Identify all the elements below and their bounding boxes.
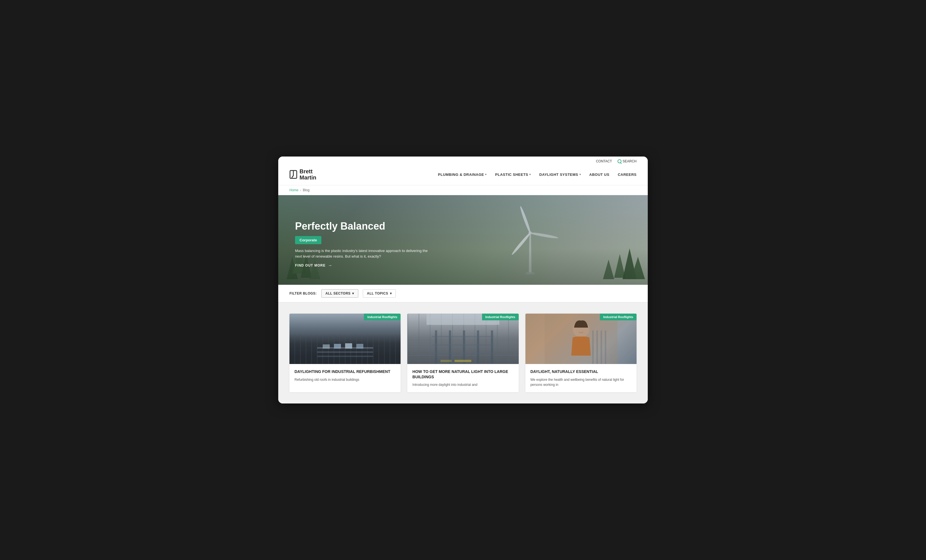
- header-nav: Brett Martin PLUMBING & DRAINAGE ▾ PLAST…: [289, 165, 637, 185]
- hero-section: Perfectly Balanced Corporate Mass balanc…: [278, 195, 648, 285]
- nav-item-daylight[interactable]: DAYLIGHT SYSTEMS ▾: [539, 173, 581, 177]
- nav-item-plumbing[interactable]: PLUMBING & DRAINAGE ▾: [438, 173, 487, 177]
- chevron-down-icon: ▾: [530, 173, 531, 176]
- svg-marker-11: [603, 260, 614, 279]
- nav-item-plastic[interactable]: PLASTIC SHEETS ▾: [495, 173, 531, 177]
- search-link[interactable]: SEARCH: [617, 159, 637, 163]
- blog-card-tag: Industrial Rooflights: [482, 313, 519, 320]
- blog-card-image: Industrial Rooflights: [289, 313, 401, 364]
- breadcrumb: Home › Blog: [278, 185, 648, 195]
- chevron-down-icon: ▾: [485, 173, 487, 176]
- contact-link[interactable]: CONTACT: [596, 159, 612, 163]
- arrow-icon: →: [328, 263, 333, 268]
- nav-item-about[interactable]: ABOUT US: [589, 173, 610, 177]
- blog-grid: Industrial Rooflights DAYLIGHTING FOR IN…: [289, 313, 637, 392]
- filter-bar: FILTER BLOGS: ALL SECTORS ▾ ALL TOPICS ▾: [278, 285, 648, 303]
- blog-card-image: Industrial Rooflights: [407, 313, 518, 364]
- chevron-down-icon: ▾: [390, 292, 392, 295]
- chevron-down-icon: ▾: [352, 292, 354, 295]
- logo-text: Brett Martin: [300, 168, 316, 181]
- trees-right: [598, 229, 648, 285]
- blog-card-excerpt: We explore the health and wellbeing bene…: [531, 377, 631, 387]
- blog-card-body: DAYLIGHT, NATURALLY ESSENTIAL We explore…: [525, 364, 637, 392]
- filter-label: FILTER BLOGS:: [289, 292, 317, 295]
- hero-cta-link[interactable]: FIND OUT MORE →: [295, 263, 430, 268]
- breadcrumb-home[interactable]: Home: [289, 188, 298, 192]
- main-nav: PLUMBING & DRAINAGE ▾ PLASTIC SHEETS ▾ D…: [438, 173, 637, 177]
- search-icon: [617, 159, 622, 163]
- blog-card-image: Industrial Rooflights: [525, 313, 637, 364]
- svg-point-3: [519, 206, 531, 234]
- logo-icon: [289, 170, 297, 179]
- nav-label-about: ABOUT US: [589, 173, 610, 177]
- logo-line1: Brett: [300, 168, 313, 174]
- svg-point-5: [511, 232, 532, 256]
- blog-card[interactable]: Industrial Rooflights DAYLIGHTING FOR IN…: [289, 313, 401, 392]
- blog-card[interactable]: Industrial Rooflights DAYLIGHT, NATURALL…: [525, 313, 637, 392]
- logo[interactable]: Brett Martin: [289, 168, 316, 181]
- blog-card[interactable]: Industrial Rooflights HOW TO GET MORE NA…: [407, 313, 518, 392]
- card-overlay: [289, 313, 401, 364]
- nav-label-plastic: PLASTIC SHEETS: [495, 173, 528, 177]
- blog-card-title: HOW TO GET MORE NATURAL LIGHT INTO LARGE…: [412, 369, 513, 379]
- blog-card-excerpt: Introducing more daylight into industria…: [412, 382, 513, 387]
- chevron-down-icon: ▾: [580, 173, 581, 176]
- site-header: CONTACT SEARCH Brett Martin: [278, 156, 648, 185]
- wind-turbine-svg: [502, 201, 558, 285]
- blog-card-body: HOW TO GET MORE NATURAL LIGHT INTO LARGE…: [407, 364, 518, 392]
- card-overlay: [407, 313, 518, 364]
- blog-card-tag: Industrial Rooflights: [600, 313, 637, 320]
- svg-point-4: [530, 232, 558, 239]
- sectors-label: ALL SECTORS: [325, 292, 351, 295]
- turbine-illustration: [502, 201, 558, 285]
- card-overlay: [525, 313, 637, 364]
- svg-marker-1: [529, 235, 531, 274]
- breadcrumb-current: Blog: [303, 188, 310, 192]
- breadcrumb-separator: ›: [300, 188, 301, 192]
- all-sectors-button[interactable]: ALL SECTORS ▾: [321, 289, 358, 298]
- nav-label-plumbing: PLUMBING & DRAINAGE: [438, 173, 484, 177]
- svg-rect-6: [526, 272, 534, 274]
- logo-line2: Martin: [300, 174, 316, 181]
- hero-title: Perfectly Balanced: [295, 221, 430, 232]
- hero-content: Perfectly Balanced Corporate Mass balanc…: [295, 221, 430, 268]
- browser-frame: CONTACT SEARCH Brett Martin: [278, 156, 648, 403]
- svg-marker-12: [614, 254, 625, 278]
- all-topics-button[interactable]: ALL TOPICS ▾: [363, 289, 396, 298]
- blog-card-body: DAYLIGHTING FOR INDUSTRIAL REFURBISHMENT…: [289, 364, 401, 387]
- header-top-bar: CONTACT SEARCH: [289, 156, 637, 165]
- blog-card-title: DAYLIGHT, NATURALLY ESSENTIAL: [531, 369, 631, 374]
- search-label: SEARCH: [623, 159, 637, 163]
- topics-label: ALL TOPICS: [367, 292, 388, 295]
- blog-card-title: DAYLIGHTING FOR INDUSTRIAL REFURBISHMENT: [295, 369, 395, 374]
- hero-description: Mass balancing is the plastic industry's…: [295, 248, 430, 259]
- nav-item-careers[interactable]: CAREERS: [618, 173, 637, 177]
- nav-label-careers: CAREERS: [618, 173, 637, 177]
- blog-card-excerpt: Refurbishing old roofs in industrial bui…: [295, 377, 395, 382]
- main-content: Industrial Rooflights DAYLIGHTING FOR IN…: [278, 303, 648, 403]
- nav-label-daylight: DAYLIGHT SYSTEMS: [539, 173, 578, 177]
- hero-tag[interactable]: Corporate: [295, 236, 321, 244]
- blog-card-tag: Industrial Rooflights: [364, 313, 401, 320]
- hero-cta-label: FIND OUT MORE: [295, 263, 325, 267]
